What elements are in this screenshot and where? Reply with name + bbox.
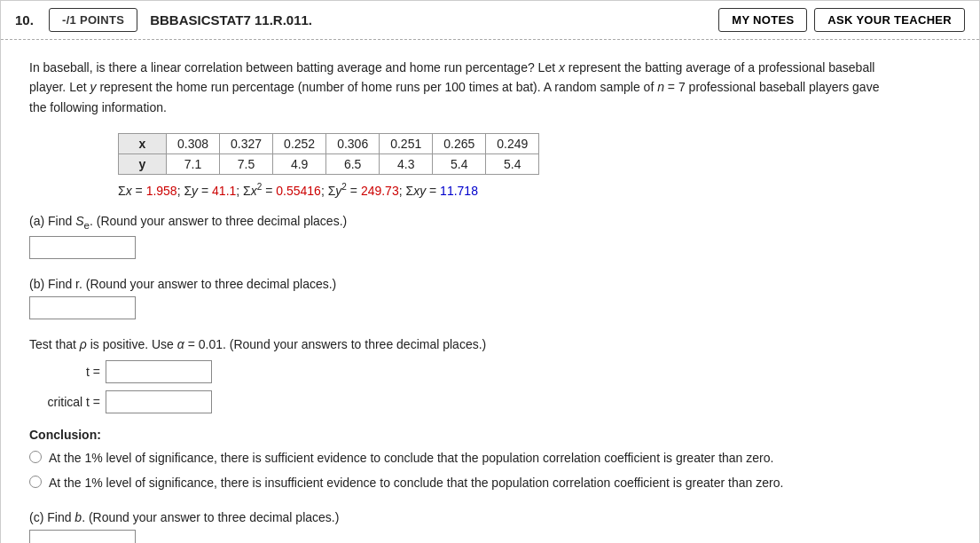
y-val-5: 4.3: [380, 154, 433, 175]
problem-code: BBBASICSTAT7 11.R.011.: [150, 12, 706, 28]
ask-teacher-button[interactable]: ASK YOUR TEACHER: [814, 8, 965, 32]
x-val-5: 0.251: [380, 134, 433, 154]
x-val-6: 0.265: [433, 134, 486, 154]
part-c-input[interactable]: [29, 530, 136, 543]
part-b-section: (b) Find r. (Round your answer to three …: [29, 277, 951, 319]
conclusion-radio-1[interactable]: [29, 451, 42, 463]
my-notes-button[interactable]: MY NOTES: [718, 8, 807, 32]
test-label: Test that ρ is positive. Use α = 0.01. (…: [29, 337, 951, 351]
sum-y: 41.1: [212, 184, 236, 198]
y-val-1: 7.1: [167, 154, 220, 175]
x-val-4: 0.306: [326, 134, 380, 154]
conclusion-option-2-text: At the 1% level of significance, there i…: [49, 474, 783, 492]
x-val-3: 0.252: [273, 134, 326, 154]
test-section: Test that ρ is positive. Use α = 0.01. (…: [29, 337, 951, 413]
critical-t-label: critical t =: [29, 395, 100, 409]
sum-y2: 249.73: [361, 184, 399, 198]
conclusion-section: Conclusion: At the 1% level of significa…: [29, 428, 951, 492]
y-val-7: 5.4: [486, 154, 539, 175]
x-val-2: 0.327: [220, 134, 273, 154]
y-val-3: 4.9: [273, 154, 326, 175]
summation-line: Σx = 1.958; Σy = 41.1; Σx2 = 0.55416; Σy…: [118, 182, 951, 198]
data-table: x 0.308 0.327 0.252 0.306 0.251 0.265 0.…: [118, 133, 539, 175]
part-c-section: (c) Find b. (Round your answer to three …: [29, 510, 951, 543]
part-b-input[interactable]: [29, 296, 136, 319]
t-input[interactable]: [106, 360, 212, 383]
x-val-1: 0.308: [167, 134, 220, 154]
x-label: x: [119, 134, 167, 154]
x-val-7: 0.249: [486, 134, 539, 154]
conclusion-radio-2[interactable]: [29, 476, 42, 488]
sum-xy: 11.718: [440, 184, 478, 198]
y-val-2: 7.5: [220, 154, 273, 175]
conclusion-option-1[interactable]: At the 1% level of significance, there i…: [29, 449, 951, 468]
part-a-label: (a) Find Se. (Round your answer to three…: [29, 214, 951, 231]
y-val-4: 6.5: [326, 154, 380, 175]
question-number: 10.: [15, 12, 36, 28]
sum-x: 1.958: [146, 184, 177, 198]
part-a-input[interactable]: [29, 236, 136, 259]
y-val-6: 5.4: [433, 154, 486, 175]
part-a-section: (a) Find Se. (Round your answer to three…: [29, 214, 951, 259]
t-label: t =: [29, 365, 100, 379]
conclusion-option-1-text: At the 1% level of significance, there i…: [49, 449, 773, 468]
conclusion-option-2[interactable]: At the 1% level of significance, there i…: [29, 474, 951, 492]
y-label: y: [119, 154, 167, 175]
part-b-label: (b) Find r. (Round your answer to three …: [29, 277, 951, 291]
part-c-label: (c) Find b. (Round your answer to three …: [29, 510, 951, 524]
sum-x2: 0.55416: [276, 184, 321, 198]
critical-t-input[interactable]: [106, 390, 212, 413]
problem-description: In baseball, is there a linear correlati…: [29, 58, 898, 117]
conclusion-title: Conclusion:: [29, 428, 951, 442]
points-badge[interactable]: -/1 POINTS: [49, 8, 137, 32]
